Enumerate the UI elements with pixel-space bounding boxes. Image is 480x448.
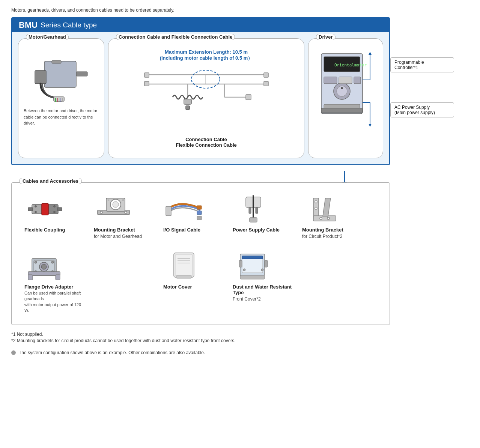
- accessory-flexible-coupling: Flexible Coupling: [19, 190, 89, 244]
- svg-rect-13: [264, 73, 268, 77]
- dust-water-cover-image: [233, 251, 274, 281]
- svg-rect-63: [256, 207, 258, 213]
- svg-rect-40: [32, 204, 42, 214]
- svg-rect-30: [339, 77, 352, 84]
- svg-rect-92: [242, 256, 263, 259]
- svg-rect-29: [324, 77, 337, 84]
- svg-text:Orientalmotor: Orientalmotor: [334, 63, 367, 68]
- bottom-note-text: The system configuration shown above is …: [19, 350, 205, 355]
- svg-rect-83: [56, 275, 60, 280]
- svg-point-46: [35, 211, 37, 213]
- mounting-bracket-circuit-image: [302, 194, 343, 224]
- diagram-content: Motor/Gearhead: [12, 32, 389, 164]
- flange-drive-adapter-image: [24, 251, 66, 281]
- svg-rect-31: [354, 77, 361, 84]
- cable-max-length: Maximum Extension Length: 10.5 m (Includ…: [160, 49, 253, 62]
- io-signal-cable-image: [163, 194, 205, 224]
- svg-rect-18: [184, 99, 191, 104]
- svg-rect-58: [197, 206, 202, 209]
- svg-rect-1: [76, 72, 87, 76]
- svg-rect-8: [52, 60, 61, 63]
- main-diagram: BMU Series Cable type Motor/Gearhead: [11, 17, 390, 165]
- accessory-mounting-bracket-motor: Mounting Bracket for Motor and Gearhead: [89, 190, 158, 244]
- arrow-line: [344, 171, 345, 182]
- svg-rect-60: [197, 216, 202, 220]
- svg-point-55: [108, 199, 109, 201]
- dust-water-cover-sub: Front Cover*2: [233, 296, 261, 302]
- svg-rect-33: [321, 108, 363, 113]
- svg-rect-12: [144, 81, 149, 86]
- svg-rect-41: [48, 204, 58, 214]
- mounting-bracket-motor-name: Mounting Bracket: [94, 227, 135, 233]
- svg-rect-19: [186, 106, 190, 110]
- svg-point-69: [315, 207, 317, 209]
- accessory-power-supply-cable: Power Supply Cable: [227, 190, 297, 244]
- intro-text: Motors, gearheads, drivers, and connecti…: [11, 8, 469, 13]
- footnotes: *1 Not supplied. *2 Mounting brackets fo…: [11, 332, 469, 343]
- svg-rect-72: [323, 198, 331, 217]
- accessory-motor-cover: Motor Cover: [158, 247, 227, 317]
- connector-arrow: [344, 171, 345, 182]
- series-type-label: Series Cable type: [41, 21, 97, 29]
- svg-point-71: [327, 217, 330, 219]
- cable-section-label: Connection Cable and Flexible Connection…: [116, 34, 235, 40]
- svg-point-54: [125, 211, 127, 213]
- motor-cover-image: [163, 251, 205, 281]
- cable-diagram-svg: [143, 65, 270, 114]
- flexible-coupling-name: Flexible Coupling: [24, 227, 65, 233]
- cable-label-1: Connection Cable: [176, 137, 237, 142]
- cable-label-2: Flexible Connection Cable: [176, 142, 237, 148]
- motor-note: Between the motor and driver, the motor …: [24, 108, 99, 126]
- flange-drive-adapter-name: Flange Drive Adapter: [24, 284, 73, 290]
- svg-point-97: [261, 269, 263, 271]
- svg-point-76: [41, 264, 47, 269]
- svg-marker-39: [369, 124, 372, 127]
- accessory-flange-drive-adapter: Flange Drive Adapter Can be used with pa…: [19, 247, 89, 317]
- accessory-mounting-bracket-circuit: Mounting Bracket for Circuit Product*2: [297, 190, 366, 244]
- svg-point-96: [243, 269, 245, 271]
- driver-image: Orientalmotor: [316, 50, 376, 137]
- dust-water-cover-name: Dust and Water Resistant Type: [233, 284, 292, 295]
- svg-rect-62: [249, 207, 251, 213]
- footnote-1: *1 Not supplied.: [11, 332, 469, 337]
- svg-rect-14: [264, 81, 268, 86]
- ac-power-label: AC Power Supply (Main power supply): [390, 102, 454, 117]
- svg-rect-82: [28, 275, 33, 280]
- programmable-controller-label: Programmable Controller*1: [390, 57, 454, 72]
- svg-marker-36: [369, 52, 372, 55]
- svg-point-56: [122, 199, 123, 201]
- driver-section-label: Driver: [316, 34, 336, 40]
- accessories-row-2: Flange Drive Adapter Can be used with pa…: [19, 247, 382, 317]
- accessories-row-1: Flexible Coupling: [19, 190, 382, 244]
- svg-point-70: [320, 217, 322, 219]
- svg-rect-0: [44, 61, 76, 87]
- svg-rect-85: [175, 254, 193, 276]
- svg-point-48: [54, 211, 56, 213]
- svg-rect-42: [42, 203, 48, 215]
- svg-rect-57: [166, 206, 171, 216]
- svg-rect-43: [28, 207, 33, 211]
- motor-section: Motor/Gearhead: [18, 38, 104, 158]
- brand-label: BMU: [19, 20, 38, 30]
- bottom-note-dot: [11, 350, 16, 355]
- driver-section: Driver Orientalmotor: [308, 38, 383, 158]
- svg-rect-95: [240, 275, 265, 279]
- svg-point-28: [341, 87, 343, 89]
- outer-diagram-wrapper: BMU Series Cable type Motor/Gearhead: [11, 17, 390, 325]
- cable-labels: Connection Cable Flexible Connection Cab…: [176, 137, 237, 148]
- svg-point-47: [54, 205, 56, 207]
- io-signal-cable-name: I/O Signal Cable: [163, 227, 200, 233]
- svg-point-45: [35, 205, 37, 207]
- power-supply-cable-image: [233, 194, 274, 224]
- mounting-bracket-motor-image: [94, 194, 135, 224]
- mounting-bracket-circuit-name: Mounting Bracket: [302, 227, 343, 233]
- svg-rect-81: [28, 272, 60, 275]
- accessory-dust-water-cover: Dust and Water Resistant Type Front Cove…: [227, 247, 297, 317]
- svg-rect-44: [57, 207, 62, 211]
- svg-point-52: [113, 201, 119, 207]
- accessories-box: Cables and Accessories: [11, 182, 390, 325]
- power-supply-cable-name: Power Supply Cable: [233, 227, 280, 233]
- svg-point-77: [35, 261, 37, 263]
- flange-drive-adapter-sub: Can be used with parallel shaft gearhead…: [24, 290, 83, 314]
- svg-rect-89: [176, 275, 191, 278]
